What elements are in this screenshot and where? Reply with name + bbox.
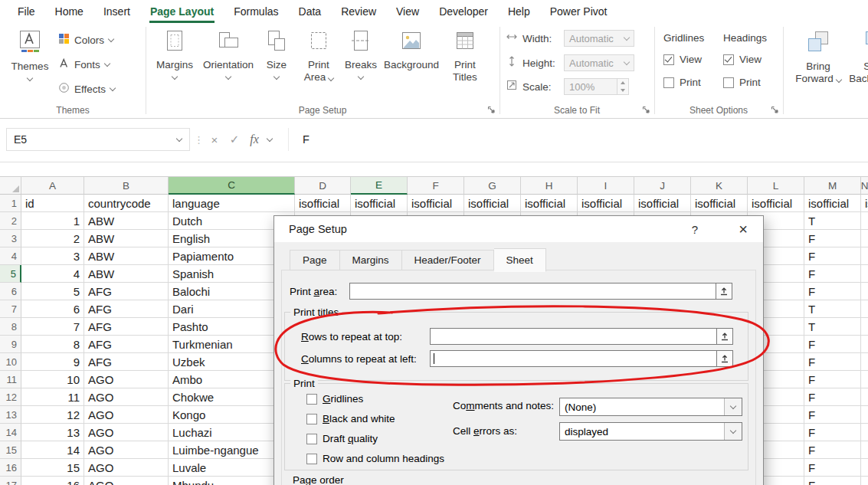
send-backward-button[interactable]: Send Backward [849, 26, 868, 85]
page-setup-dialog-launcher[interactable] [486, 104, 496, 115]
row-header[interactable]: 16 [0, 459, 21, 477]
bring-forward-button[interactable]: Bring Forward [797, 26, 840, 85]
row-header[interactable]: 11 [0, 371, 21, 388]
cell[interactable]: ABW [84, 230, 169, 247]
column-header[interactable]: L [748, 177, 804, 195]
cell[interactable]: F [804, 247, 861, 265]
column-header[interactable]: C [169, 177, 295, 195]
cancel-button[interactable]: × [205, 128, 224, 151]
column-header[interactable]: D [295, 177, 351, 195]
cell[interactable]: AFG [84, 300, 169, 318]
cell[interactable]: F [804, 406, 861, 424]
cell[interactable]: ABW [84, 265, 169, 283]
checkbox[interactable] [306, 394, 317, 405]
cell[interactable]: F [804, 371, 861, 388]
cell[interactable]: F [804, 353, 861, 371]
formula-bar-resize-handle[interactable]: ⋮ [194, 128, 204, 151]
cell[interactable]: isofficial [521, 195, 578, 212]
dialog-tab[interactable]: Page [290, 250, 340, 270]
cell[interactable] [861, 353, 868, 371]
column-header[interactable]: B [84, 177, 169, 195]
row-header[interactable]: 14 [0, 424, 21, 441]
cell[interactable]: F [804, 388, 861, 406]
ribbon-tab[interactable]: Home [45, 0, 93, 23]
height-dropdown[interactable]: Automatic [564, 54, 634, 71]
row-header[interactable]: 12 [0, 388, 21, 406]
row-header[interactable]: 10 [0, 353, 21, 371]
row-header[interactable]: 3 [0, 230, 21, 247]
row-header[interactable]: 17 [0, 477, 21, 485]
cell[interactable]: 7 [21, 318, 84, 336]
ribbon-tab[interactable]: Data [289, 0, 332, 23]
select-all-corner[interactable] [0, 177, 21, 195]
headings-view-row[interactable]: View [723, 54, 762, 65]
cell[interactable]: 9 [21, 353, 84, 371]
ribbon-tab[interactable]: Help [498, 0, 540, 23]
cell[interactable]: F [804, 336, 861, 353]
scale-spinner[interactable] [617, 78, 629, 95]
print-area-input[interactable] [349, 283, 716, 300]
cell[interactable]: 15 [21, 459, 84, 477]
cell[interactable] [861, 247, 868, 265]
cell[interactable]: countrycode [84, 195, 169, 212]
cell[interactable]: isofficial [351, 195, 408, 212]
cell[interactable] [861, 283, 868, 300]
cell[interactable]: AFG [84, 283, 169, 300]
headings-print-row[interactable]: Print [723, 77, 761, 88]
column-header[interactable]: G [464, 177, 521, 195]
ribbon-tab[interactable]: Developer [429, 0, 498, 23]
cell[interactable]: 4 [21, 265, 84, 283]
collapse-dialog-button[interactable] [717, 350, 733, 367]
cell[interactable] [861, 477, 868, 485]
gridlines-view-row[interactable]: View [663, 54, 702, 65]
gridlines-view-checkbox[interactable] [663, 54, 674, 65]
cell[interactable]: isofficial [691, 195, 748, 212]
cell[interactable]: 10 [21, 371, 84, 388]
cell[interactable] [861, 406, 868, 424]
chevron-down-icon[interactable] [724, 398, 742, 415]
row-header[interactable]: 15 [0, 441, 21, 459]
insert-function-button[interactable]: fx [245, 128, 264, 151]
print-area-button[interactable]: Print Area [299, 26, 339, 84]
column-header[interactable]: M [804, 177, 861, 195]
row-header[interactable]: 6 [0, 283, 21, 300]
cell[interactable] [861, 459, 868, 477]
rows-to-repeat-input[interactable] [430, 328, 717, 345]
cell[interactable]: F [804, 265, 861, 283]
size-button[interactable]: Size [259, 26, 294, 79]
gridlines-print-checkbox[interactable] [663, 77, 674, 88]
themes-button[interactable]: Themes [8, 26, 52, 80]
cell[interactable]: AGO [84, 459, 169, 477]
breaks-button[interactable]: Breaks [342, 26, 380, 79]
cell[interactable] [861, 265, 868, 283]
dialog-checkbox-row[interactable]: Black and white [306, 413, 444, 424]
ribbon-tab[interactable]: Page Layout [140, 0, 224, 23]
row-header[interactable]: 5 [0, 265, 21, 283]
cell[interactable]: F [804, 230, 861, 247]
headings-view-checkbox[interactable] [723, 54, 734, 65]
cell[interactable] [861, 371, 868, 388]
background-button[interactable]: Background [383, 26, 440, 71]
cell-errors-dropdown[interactable]: displayed [559, 422, 742, 441]
cell[interactable]: ABW [84, 247, 169, 265]
dialog-tab[interactable]: Sheet [494, 248, 546, 272]
enter-button[interactable]: ✓ [225, 128, 244, 151]
sheet-options-dialog-launcher[interactable] [769, 104, 780, 115]
help-button[interactable]: ? [682, 216, 708, 242]
cell[interactable] [861, 212, 868, 230]
cell[interactable]: 3 [21, 247, 84, 265]
column-header[interactable]: F [408, 177, 464, 195]
cell[interactable]: ABW [84, 212, 169, 230]
column-header[interactable]: A [21, 177, 84, 195]
cell[interactable]: isofficial [295, 195, 351, 212]
print-titles-button[interactable]: Print Titles [444, 26, 486, 84]
ribbon-tab[interactable]: Power Pivot [540, 0, 617, 23]
theme-effects-button[interactable]: Effects [58, 80, 115, 98]
cell[interactable] [861, 441, 868, 459]
collapse-dialog-button[interactable] [717, 328, 733, 345]
row-header[interactable]: 9 [0, 336, 21, 353]
cell[interactable]: id [21, 195, 84, 212]
column-header[interactable]: K [691, 177, 748, 195]
cell[interactable]: isofficial [634, 195, 691, 212]
cell[interactable]: AGO [84, 477, 169, 485]
